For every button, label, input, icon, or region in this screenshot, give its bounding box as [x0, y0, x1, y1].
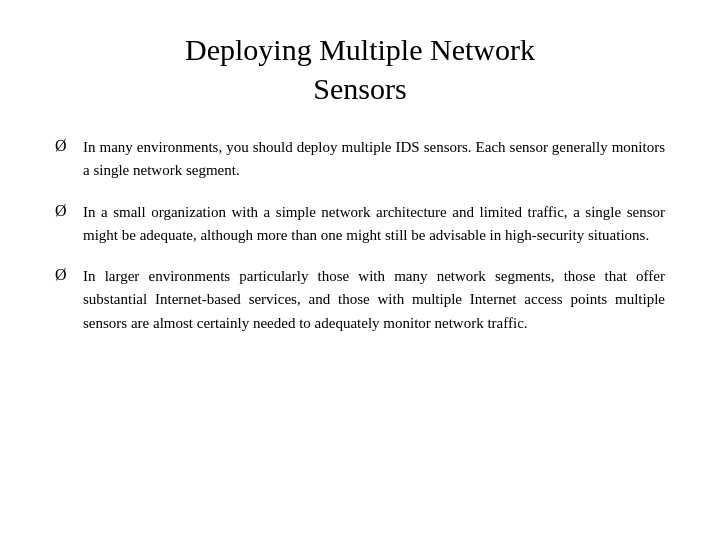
list-item: Ø In many environments, you should deplo… [55, 136, 665, 183]
page-title: Deploying Multiple Network Sensors [55, 30, 665, 108]
page: Deploying Multiple Network Sensors Ø In … [0, 0, 720, 540]
bullet-symbol: Ø [55, 136, 75, 155]
list-item: Ø In a small organization with a simple … [55, 201, 665, 248]
title-line1: Deploying Multiple Network [185, 33, 535, 66]
bullets-list: Ø In many environments, you should deplo… [55, 136, 665, 335]
bullet-text: In many environments, you should deploy … [83, 136, 665, 183]
bullet-text: In a small organization with a simple ne… [83, 201, 665, 248]
list-item: Ø In larger environments particularly th… [55, 265, 665, 335]
bullet-text: In larger environments particularly thos… [83, 265, 665, 335]
bullet-symbol: Ø [55, 201, 75, 220]
title-line2: Sensors [313, 72, 406, 105]
bullet-symbol: Ø [55, 265, 75, 284]
title-block: Deploying Multiple Network Sensors [55, 30, 665, 108]
